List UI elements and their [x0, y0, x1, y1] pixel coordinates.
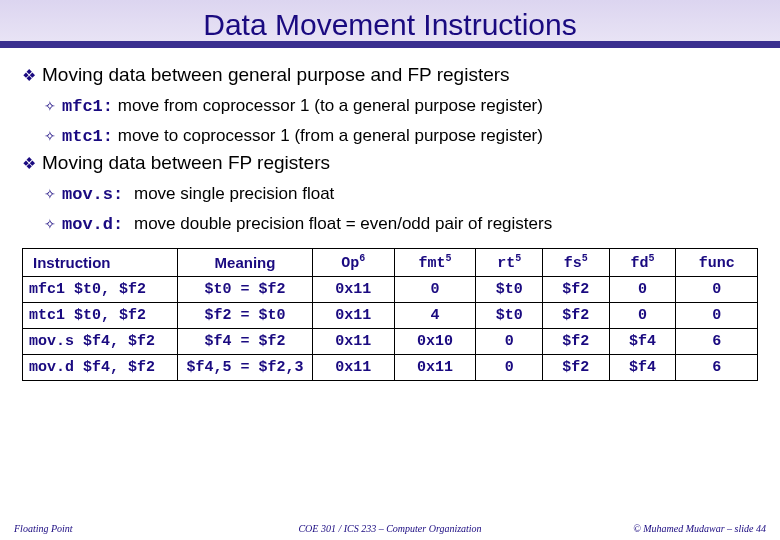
cell-op: 0x11: [313, 355, 395, 381]
cell-func: 6: [676, 355, 758, 381]
cell-fs: $f2: [542, 355, 609, 381]
cell-fmt: 0: [394, 277, 476, 303]
table-row: mov.d $f4, $f2$f4,5 = $f2,30x110x110$f2$…: [23, 355, 758, 381]
diamond-icon: ❖: [22, 66, 36, 85]
cell-func: 0: [676, 277, 758, 303]
cell-instr: mov.d $f4, $f2: [23, 355, 178, 381]
cell-rt: $t0: [476, 303, 543, 329]
bullet-1-text: Moving data between general purpose and …: [42, 64, 510, 86]
cell-fd: $f4: [609, 329, 676, 355]
th-func: func: [676, 249, 758, 277]
th-meaning: Meaning: [178, 249, 313, 277]
keyword-movs: mov.s:: [62, 185, 134, 204]
diamond-icon: ❖: [22, 154, 36, 173]
table-row: mov.s $f4, $f2$f4 = $f20x110x100$f2$f46: [23, 329, 758, 355]
bullet-1a-text: mfc1: move from coprocessor 1 (to a gene…: [62, 96, 543, 116]
cell-instr: mfc1 $t0, $f2: [23, 277, 178, 303]
bullet-2-text: Moving data between FP registers: [42, 152, 330, 174]
cell-fmt: 4: [394, 303, 476, 329]
cell-fd: 0: [609, 303, 676, 329]
bullet-2b-text: move double precision float = even/odd p…: [134, 214, 552, 234]
cell-fd: $f4: [609, 355, 676, 381]
bullet-2b: ✧ mov.d: move double precision float = e…: [44, 214, 758, 234]
cell-meaning: $t0 = $f2: [178, 277, 313, 303]
th-rt: rt5: [476, 249, 543, 277]
footer: Floating Point COE 301 / ICS 233 – Compu…: [0, 523, 780, 534]
table-header-row: Instruction Meaning Op6 fmt5 rt5 fs5 fd5…: [23, 249, 758, 277]
footer-right: © Muhamed Mudawar – slide 44: [633, 523, 766, 534]
cell-func: 6: [676, 329, 758, 355]
cell-meaning: $f4 = $f2: [178, 329, 313, 355]
table-body: mfc1 $t0, $f2$t0 = $f20x110$t0$f200mtc1 …: [23, 277, 758, 381]
th-fd: fd5: [609, 249, 676, 277]
arrow-icon: ✧: [44, 186, 56, 202]
instruction-table: Instruction Meaning Op6 fmt5 rt5 fs5 fd5…: [22, 248, 758, 381]
cell-fs: $f2: [542, 277, 609, 303]
cell-fs: $f2: [542, 303, 609, 329]
content-area: ❖ Moving data between general purpose an…: [0, 48, 780, 234]
bullet-1b-text: mtc1: move to coprocessor 1 (from a gene…: [62, 126, 543, 146]
cell-func: 0: [676, 303, 758, 329]
bullet-1: ❖ Moving data between general purpose an…: [22, 64, 758, 86]
footer-left: Floating Point: [14, 523, 73, 534]
bullet-1a: ✧ mfc1: move from coprocessor 1 (to a ge…: [44, 96, 758, 116]
th-op: Op6: [313, 249, 395, 277]
cell-fd: 0: [609, 277, 676, 303]
cell-meaning: $f2 = $t0: [178, 303, 313, 329]
instruction-table-wrap: Instruction Meaning Op6 fmt5 rt5 fs5 fd5…: [22, 248, 758, 381]
keyword-mtc1: mtc1:: [62, 127, 113, 146]
table-row: mfc1 $t0, $f2$t0 = $f20x110$t0$f200: [23, 277, 758, 303]
cell-op: 0x11: [313, 303, 395, 329]
bullet-2: ❖ Moving data between FP registers: [22, 152, 758, 174]
title-band: Data Movement Instructions: [0, 0, 780, 48]
cell-rt: 0: [476, 355, 543, 381]
cell-op: 0x11: [313, 329, 395, 355]
th-fmt: fmt5: [394, 249, 476, 277]
arrow-icon: ✧: [44, 128, 56, 144]
cell-instr: mov.s $f4, $f2: [23, 329, 178, 355]
th-instruction: Instruction: [23, 249, 178, 277]
table-row: mtc1 $t0, $f2$f2 = $t00x114$t0$f200: [23, 303, 758, 329]
arrow-icon: ✧: [44, 98, 56, 114]
cell-instr: mtc1 $t0, $f2: [23, 303, 178, 329]
slide-title: Data Movement Instructions: [0, 8, 780, 42]
cell-op: 0x11: [313, 277, 395, 303]
bullet-2a: ✧ mov.s: move single precision float: [44, 184, 758, 204]
cell-fmt: 0x10: [394, 329, 476, 355]
cell-meaning: $f4,5 = $f2,3: [178, 355, 313, 381]
cell-fs: $f2: [542, 329, 609, 355]
cell-rt: $t0: [476, 277, 543, 303]
bullet-2a-text: move single precision float: [134, 184, 334, 204]
bullet-1b: ✧ mtc1: move to coprocessor 1 (from a ge…: [44, 126, 758, 146]
arrow-icon: ✧: [44, 216, 56, 232]
th-fs: fs5: [542, 249, 609, 277]
cell-fmt: 0x11: [394, 355, 476, 381]
keyword-mfc1: mfc1:: [62, 97, 113, 116]
keyword-movd: mov.d:: [62, 215, 134, 234]
cell-rt: 0: [476, 329, 543, 355]
